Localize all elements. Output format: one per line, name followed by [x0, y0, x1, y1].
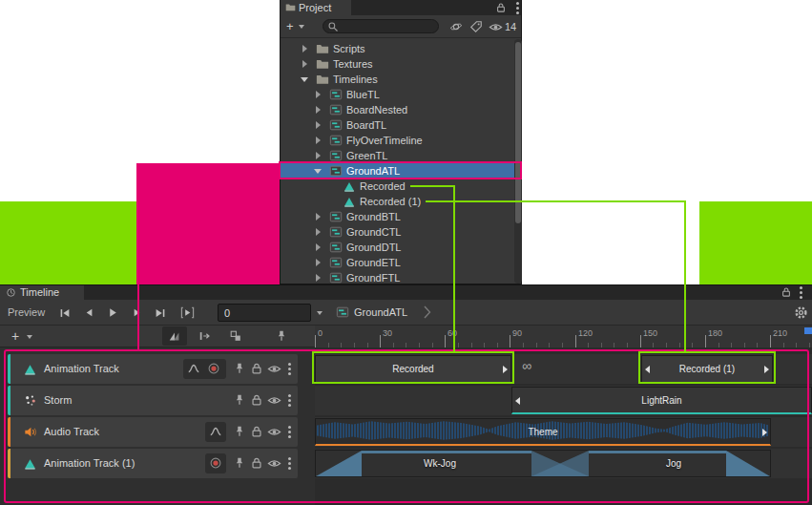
edit-mode-replace-button[interactable] — [223, 326, 248, 346]
foldout-collapsed-icon[interactable] — [316, 91, 321, 98]
tree-item[interactable]: FlyOverTimeline — [281, 133, 515, 148]
kebab-menu-icon[interactable] — [288, 431, 291, 433]
chevron-down-icon[interactable] — [299, 25, 304, 32]
goto-end-button[interactable] — [149, 304, 172, 322]
clip-out-handle-icon[interactable] — [503, 366, 508, 373]
tree-item-label: GreenTL — [346, 150, 387, 161]
eye-icon[interactable] — [267, 393, 281, 408]
curves-toggle-icon[interactable] — [187, 362, 200, 375]
tree-item[interactable]: GroundFTL — [281, 270, 515, 284]
scrollbar-track[interactable] — [514, 39, 522, 284]
time-ruler[interactable]: 0 30 60 90 120 150 180 210 — [315, 326, 812, 347]
tree-item[interactable]: GroundBTL — [281, 209, 515, 224]
tree-item[interactable]: Recorded (1) — [281, 194, 515, 209]
tree-item-label: Scripts — [333, 43, 365, 54]
clip-recorded-1[interactable]: Recorded (1) — [641, 355, 773, 383]
kebab-menu-icon[interactable] — [516, 7, 519, 10]
record-toggle-button[interactable] — [205, 453, 226, 473]
tree-item[interactable]: GroundETL — [281, 255, 515, 270]
play-button[interactable] — [101, 304, 124, 322]
infinite-clip-marker: ∞ — [522, 358, 531, 373]
clip-recorded[interactable]: Recorded — [315, 355, 511, 383]
curves-toggle-button[interactable] — [205, 422, 226, 442]
pin-icon[interactable] — [233, 456, 246, 470]
foldout-expanded-icon[interactable] — [314, 169, 322, 174]
foldout-collapsed-icon[interactable] — [316, 121, 321, 129]
foldout-collapsed-icon[interactable] — [302, 60, 307, 68]
goto-start-button[interactable] — [53, 304, 76, 322]
clip-out-handle-icon[interactable] — [764, 366, 769, 373]
kebab-menu-icon[interactable] — [800, 291, 802, 294]
track-header-audio[interactable]: Audio Track — [8, 417, 298, 447]
eye-icon[interactable] — [267, 362, 281, 376]
frame-field[interactable] — [218, 304, 311, 322]
lock-icon[interactable] — [250, 456, 263, 470]
foldout-expanded-icon[interactable] — [301, 77, 308, 82]
tree-item[interactable]: Recorded — [281, 179, 515, 194]
foldout-collapsed-icon[interactable] — [316, 137, 321, 144]
add-track-button[interactable]: + — [11, 329, 19, 343]
foldout-collapsed-icon[interactable] — [302, 45, 307, 53]
tree-item[interactable]: GroundDTL — [281, 240, 515, 255]
kebab-menu-icon[interactable] — [288, 462, 291, 465]
kebab-menu-icon[interactable] — [288, 368, 291, 370]
preview-button[interactable]: Preview — [8, 306, 45, 318]
edit-mode-ripple-button[interactable] — [193, 326, 218, 346]
next-frame-button[interactable] — [125, 304, 148, 322]
previous-frame-button[interactable] — [77, 304, 100, 322]
tree-item[interactable]: BlueTL — [281, 87, 515, 102]
visibility-eye-icon[interactable] — [489, 20, 503, 34]
clip-theme-audio[interactable]: Theme — [315, 418, 771, 446]
clip-in-handle-icon[interactable] — [515, 397, 520, 405]
pin-icon[interactable] — [233, 362, 246, 375]
project-search-input[interactable] — [323, 19, 439, 33]
foldout-collapsed-icon[interactable] — [316, 274, 321, 282]
foldout-collapsed-icon[interactable] — [316, 106, 321, 114]
marker-track-toggle[interactable] — [269, 326, 294, 346]
breadcrumb[interactable]: GroundATL — [354, 306, 407, 318]
play-range-button[interactable] — [176, 304, 198, 322]
lock-icon[interactable] — [250, 362, 263, 375]
track-header-animation-1[interactable]: Animation Track (1) — [8, 449, 298, 478]
foldout-collapsed-icon[interactable] — [316, 152, 321, 159]
add-asset-button[interactable]: + — [286, 20, 294, 32]
pin-icon[interactable] — [233, 393, 246, 407]
eye-icon[interactable] — [267, 425, 281, 439]
eye-icon[interactable] — [267, 456, 281, 471]
timeline-end-marker — [804, 327, 812, 334]
tree-item[interactable]: Timelines — [281, 72, 515, 87]
lock-icon[interactable] — [781, 286, 792, 298]
tab-project[interactable]: Project — [281, 0, 351, 15]
foldout-collapsed-icon[interactable] — [316, 213, 321, 221]
tree-item[interactable]: BoardNested — [281, 102, 515, 117]
track-header-storm[interactable]: Storm — [8, 386, 298, 415]
tab-timeline[interactable]: Timeline — [0, 285, 84, 300]
lock-icon[interactable] — [250, 425, 263, 438]
record-toggle-icon[interactable] — [207, 362, 220, 375]
tree-item[interactable]: GreenTL — [281, 148, 515, 163]
settings-button[interactable] — [789, 304, 812, 322]
clip-group-animation-1[interactable]: Wk-Jog Jog — [315, 450, 771, 477]
clip-in-handle-icon[interactable] — [645, 366, 650, 373]
foldout-collapsed-icon[interactable] — [316, 243, 321, 251]
scrollbar-thumb[interactable] — [515, 42, 521, 223]
tree-item-selected[interactable]: GroundATL — [281, 163, 515, 179]
kebab-menu-icon[interactable] — [288, 399, 291, 402]
pin-icon[interactable] — [233, 425, 246, 438]
chevron-down-icon[interactable] — [27, 335, 32, 342]
search-by-type-icon[interactable] — [449, 20, 463, 33]
lock-icon[interactable] — [495, 2, 507, 13]
clip-out-handle-icon[interactable] — [762, 429, 767, 436]
search-by-label-icon[interactable] — [469, 20, 483, 33]
tree-item[interactable]: Scripts — [281, 41, 515, 56]
clip-lightrain[interactable]: LightRain — [511, 387, 812, 414]
tree-item[interactable]: GroundCTL — [281, 224, 515, 240]
foldout-collapsed-icon[interactable] — [316, 259, 321, 266]
lock-icon[interactable] — [250, 393, 263, 407]
frame-dropdown-caret[interactable] — [317, 311, 323, 318]
edit-mode-mix-button[interactable] — [162, 326, 187, 346]
track-header-animation[interactable]: Animation Track — [8, 354, 298, 384]
foldout-collapsed-icon[interactable] — [316, 228, 321, 236]
tree-item[interactable]: BoardTL — [281, 117, 515, 133]
tree-item[interactable]: Textures — [281, 56, 515, 72]
